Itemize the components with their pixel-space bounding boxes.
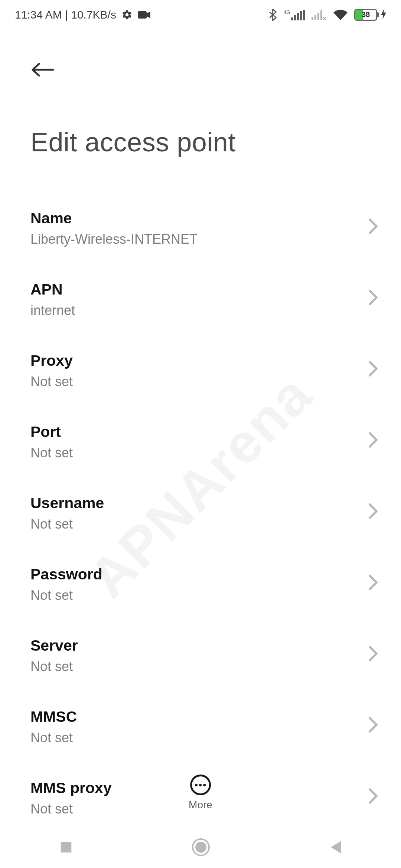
chevron-right-icon (368, 217, 379, 235)
bluetooth-icon (268, 9, 277, 21)
chevron-right-icon (368, 431, 379, 449)
chevron-right-icon (368, 573, 379, 591)
row-label: Name (30, 209, 379, 227)
more-label: More (189, 799, 212, 811)
chevron-right-icon (368, 360, 379, 378)
gear-icon (121, 9, 133, 20)
row-username[interactable]: Username Not set (30, 481, 379, 553)
svg-point-3 (195, 842, 206, 853)
nav-home-button[interactable] (192, 838, 210, 857)
row-port[interactable]: Port Not set (30, 410, 379, 481)
chevron-right-icon (368, 289, 379, 306)
row-value: Not set (30, 587, 379, 603)
svg-rect-0 (138, 11, 147, 19)
wifi-icon (333, 9, 348, 20)
row-apn[interactable]: APN internet (30, 268, 379, 339)
battery-percentage: 38 (362, 10, 370, 19)
row-value: Liberty-Wireless-INTERNET (30, 231, 379, 247)
row-mmsc[interactable]: MMSC Not set (30, 695, 379, 766)
status-bar: 11:34 AM | 10.7KB/s 4G ✕ (0, 0, 401, 30)
row-name[interactable]: Name Liberty-Wireless-INTERNET (30, 197, 379, 268)
battery-indicator: 38 (354, 9, 386, 21)
cellular-signal-2: ✕ (312, 10, 327, 20)
row-value: Not set (30, 658, 379, 674)
row-value: Not set (30, 374, 379, 389)
camera-icon (138, 10, 150, 19)
cellular-signal-1: 4G (283, 9, 305, 20)
more-button[interactable]: More (189, 775, 212, 811)
row-label: Port (30, 423, 379, 441)
row-value: Not set (30, 730, 379, 746)
row-value: internet (30, 302, 379, 318)
navigation-bar (0, 826, 401, 868)
svg-rect-1 (61, 842, 72, 853)
row-proxy[interactable]: Proxy Not set (30, 339, 379, 410)
divider (22, 824, 379, 824)
no-sim-icon: ✕ (322, 16, 327, 22)
page-title: Edit access point (30, 127, 236, 157)
row-server[interactable]: Server Not set (30, 624, 379, 695)
chevron-right-icon (368, 502, 379, 520)
nav-recents-button[interactable] (59, 840, 73, 854)
row-password[interactable]: Password Not set (30, 553, 379, 624)
status-time-text: 11:34 AM | 10.7KB/s (15, 9, 116, 21)
row-value: Not set (30, 516, 379, 532)
apn-settings-list: Name Liberty-Wireless-INTERNET APN inter… (30, 197, 379, 838)
row-label: Proxy (30, 352, 379, 370)
chevron-right-icon (368, 716, 379, 734)
chevron-right-icon (368, 787, 379, 805)
row-value: Not set (30, 445, 379, 461)
charging-icon (381, 9, 386, 21)
row-label: Username (30, 494, 379, 512)
row-label: Server (30, 637, 379, 655)
arrow-left-icon (31, 62, 54, 78)
nav-back-button[interactable] (329, 840, 342, 855)
network-type-label: 4G (283, 9, 290, 15)
chevron-right-icon (368, 645, 379, 662)
row-label: Password (30, 565, 379, 583)
back-button[interactable] (29, 56, 56, 83)
more-icon (190, 775, 211, 795)
row-label: MMSC (30, 708, 379, 726)
row-label: APN (30, 280, 379, 299)
